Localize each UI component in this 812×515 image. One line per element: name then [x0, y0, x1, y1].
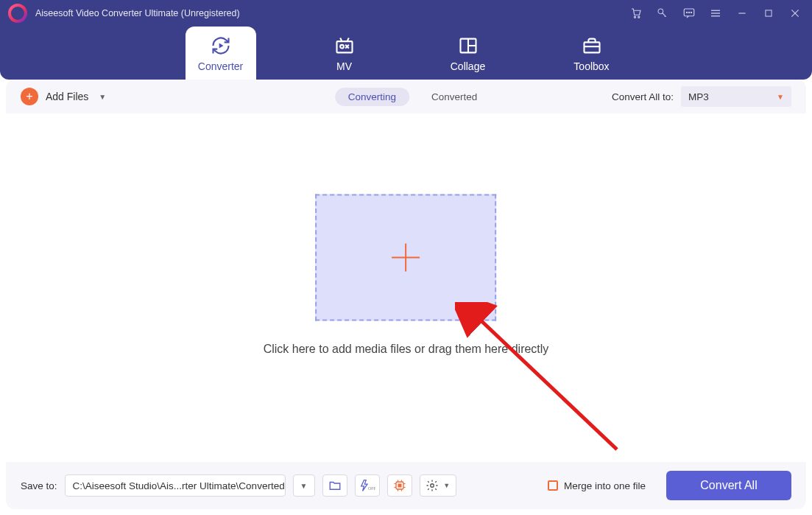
checkbox-icon — [548, 480, 558, 491]
chevron-down-icon: ▼ — [443, 482, 450, 489]
save-path-dropdown[interactable]: ▼ — [293, 474, 315, 497]
tab-converter-label: Converter — [198, 60, 243, 72]
dropzone-wrap: Click here to add media files or drag th… — [264, 194, 549, 356]
chevron-down-icon: ▼ — [777, 93, 784, 101]
open-folder-button[interactable] — [322, 474, 347, 497]
menu-icon[interactable] — [709, 7, 722, 20]
title-bar-top: Aiseesoft Video Converter Ultimate (Unre… — [0, 0, 812, 27]
output-format-value: MP3 — [688, 91, 709, 102]
add-files-label: Add Files — [46, 91, 88, 102]
svg-rect-16 — [336, 41, 352, 52]
plus-icon — [387, 239, 424, 276]
cart-icon[interactable] — [629, 7, 643, 20]
folder-icon — [328, 479, 342, 492]
svg-point-0 — [10, 5, 26, 21]
svg-point-17 — [340, 45, 344, 49]
status-segment: Converting Converted — [335, 88, 478, 106]
svg-point-3 — [658, 9, 663, 14]
chevron-down-icon: ▼ — [99, 93, 106, 101]
gear-icon — [426, 479, 439, 492]
content-area: Click here to add media files or drag th… — [6, 113, 806, 462]
maximize-icon[interactable] — [762, 7, 775, 20]
tab-collage-label: Collage — [451, 60, 485, 72]
hardware-accel-button[interactable]: OFF — [355, 474, 380, 497]
svg-point-38 — [431, 484, 434, 488]
feedback-icon[interactable] — [682, 7, 696, 20]
toolbox-icon — [582, 35, 602, 56]
app-title: Aiseesoft Video Converter Ultimate (Unre… — [35, 8, 240, 18]
plus-icon: + — [21, 88, 38, 105]
svg-point-6 — [688, 12, 689, 13]
gpu-accel-button[interactable] — [387, 474, 412, 497]
segment-converted[interactable]: Converted — [431, 91, 477, 102]
convert-all-to-label: Convert All to: — [612, 91, 674, 102]
converter-icon — [211, 35, 231, 56]
svg-point-2 — [638, 16, 640, 18]
main-tabs: Converter MV Collage — [0, 27, 812, 80]
svg-point-1 — [634, 16, 635, 18]
tab-mv-label: MV — [336, 60, 352, 72]
save-to-label: Save to: — [21, 480, 57, 491]
svg-point-5 — [686, 12, 687, 13]
toolbar: + Add Files ▼ Converting Converted Conve… — [6, 80, 806, 113]
merge-label: Merge into one file — [564, 480, 646, 491]
convert-all-to: Convert All to: MP3 ▼ — [612, 86, 791, 107]
svg-rect-12 — [766, 10, 772, 16]
segment-converting[interactable]: Converting — [335, 88, 409, 106]
output-format-select[interactable]: MP3 ▼ — [681, 86, 791, 107]
key-icon[interactable] — [656, 7, 669, 20]
tab-toolbox[interactable]: Toolbox — [557, 27, 627, 80]
svg-text:OFF: OFF — [367, 486, 375, 491]
tab-converter[interactable]: Converter — [186, 27, 256, 80]
app-logo-icon — [7, 3, 28, 24]
bolt-off-icon: OFF — [359, 479, 375, 492]
title-bar: Aiseesoft Video Converter Ultimate (Unre… — [0, 0, 812, 80]
save-path-field[interactable]: C:\Aiseesoft Studio\Ais...rter Ultimate\… — [65, 474, 286, 497]
minimize-icon[interactable] — [735, 7, 749, 20]
footer-bar: Save to: C:\Aiseesoft Studio\Ais...rter … — [6, 462, 806, 509]
add-files-button[interactable]: + Add Files ▼ — [21, 88, 106, 105]
svg-rect-29 — [398, 484, 401, 488]
svg-point-7 — [691, 12, 691, 13]
convert-all-button[interactable]: Convert All — [666, 471, 791, 500]
content-panel: + Add Files ▼ Converting Converted Conve… — [6, 80, 806, 509]
dropzone-text: Click here to add media files or drag th… — [264, 343, 549, 356]
mv-icon — [334, 35, 355, 56]
svg-marker-15 — [219, 43, 223, 49]
window-controls — [629, 7, 802, 20]
tab-collage[interactable]: Collage — [433, 27, 504, 80]
close-icon[interactable] — [788, 7, 802, 20]
merge-checkbox[interactable]: Merge into one file — [548, 480, 646, 491]
tab-toolbox-label: Toolbox — [573, 60, 609, 72]
collage-icon — [458, 35, 479, 56]
tab-mv[interactable]: MV — [309, 27, 380, 80]
svg-rect-21 — [584, 42, 599, 52]
settings-button[interactable]: ▼ — [420, 474, 456, 497]
chip-on-icon — [392, 478, 407, 493]
dropzone[interactable] — [315, 194, 496, 320]
